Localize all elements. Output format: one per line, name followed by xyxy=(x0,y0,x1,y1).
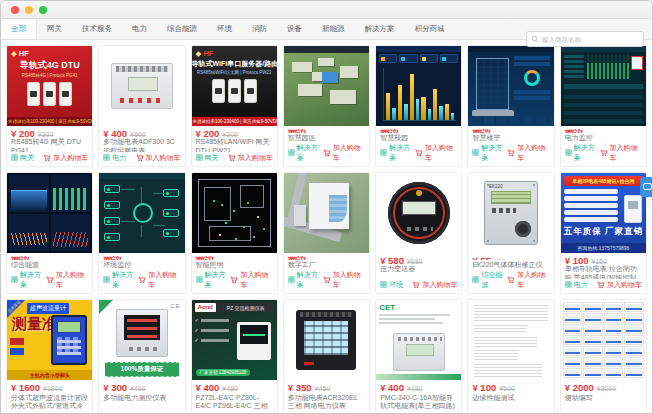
category-tab[interactable]: 技术服务 xyxy=(72,19,122,39)
product-card[interactable]: EK220¥ 55¥66EK220气体体积修正仪综合能源加入购物车 xyxy=(467,172,554,294)
category-tab[interactable]: 设备 xyxy=(277,19,312,39)
add-to-cart-button[interactable]: 加入购物车 xyxy=(138,270,180,290)
add-to-cart-button[interactable]: 加入购物车 xyxy=(597,280,642,290)
green-band xyxy=(376,374,461,380)
product-card[interactable]: 面议智慧楼宇解决方案加入购物车 xyxy=(467,45,554,167)
brand-dot xyxy=(304,362,314,365)
category-tag[interactable]: 解决方案 xyxy=(472,143,507,163)
catalog-tile xyxy=(563,357,583,367)
category-tag[interactable]: 解决方案 xyxy=(380,143,415,163)
product-title: EK220气体体积修正仪 xyxy=(468,260,553,269)
product-card[interactable]: ¥ 400¥600多功能电表ADF300 3C远程组网电表电力加入购物车 xyxy=(98,45,185,167)
product-card[interactable]: 单相2P电表485通讯+拉合闸五年质保 厂家直销咨询热线:13757579896… xyxy=(560,172,647,294)
product-price: ¥ 580 xyxy=(380,255,404,264)
stat-dot xyxy=(381,57,385,61)
product-card[interactable]: HF导轨式WiFi串口服务器/路由器RS485转WiFi/以太网 | Proto… xyxy=(191,45,278,167)
product-card[interactable]: 面议智慧校园解决方案加入购物车 xyxy=(375,45,462,167)
add-to-cart-button[interactable]: 加入购物车 xyxy=(600,143,642,163)
category-tab[interactable]: 积分商城 xyxy=(405,19,455,39)
add-to-cart-button[interactable]: 加入购物车 xyxy=(412,280,457,290)
category-tab[interactable]: 环境 xyxy=(207,19,242,39)
device-model-label: EK220 xyxy=(489,184,503,189)
card-footer: 解决方案加入购物车 xyxy=(99,269,184,293)
add-to-cart-button[interactable]: 加入购物车 xyxy=(136,153,181,163)
catalog-tile xyxy=(583,346,603,356)
category-tab[interactable]: 网关 xyxy=(37,19,72,39)
add-to-cart-button[interactable]: 加入购物车 xyxy=(415,143,457,163)
catalog-tile xyxy=(563,335,583,345)
category-tag[interactable]: 解决方案 xyxy=(288,270,323,290)
bar-cyan xyxy=(416,99,419,120)
add-to-cart-label: 加入购物车 xyxy=(53,153,88,163)
category-tab[interactable]: 综合能源 xyxy=(157,19,207,39)
corrector-device-graphic: EK220 xyxy=(484,181,538,245)
product-card[interactable]: 面议电力监控解决方案加入购物车 xyxy=(560,45,647,167)
product-card[interactable]: CET¥ 400¥480PMC-340-C-16A智能导轨式电能表(单三相回路)… xyxy=(375,299,462,414)
product-card[interactable]: 面议数字工厂解决方案加入购物车 xyxy=(283,172,370,294)
product-card[interactable]: ¥ 2000¥3000驱动编写 xyxy=(560,299,647,414)
customer-service-button[interactable] xyxy=(640,177,653,197)
product-card[interactable]: 面议环境监控解决方案加入购物车 xyxy=(98,172,185,294)
category-tag[interactable]: 电力 xyxy=(565,280,588,290)
category-tag[interactable]: 解决方案 xyxy=(196,270,231,290)
original-price: ¥3000 xyxy=(597,385,616,392)
outbuilding xyxy=(294,205,306,226)
category-tag[interactable]: 环境 xyxy=(380,280,403,290)
category-tab[interactable]: 解决方案 xyxy=(355,19,405,39)
category-tag[interactable]: 电力 xyxy=(103,153,126,163)
product-card[interactable]: HF导轨式4G DTURS485转4G | Protocs PG41支持波特率1… xyxy=(6,45,93,167)
catalog-tile xyxy=(563,313,583,323)
add-to-cart-button[interactable]: 加入购物车 xyxy=(228,153,273,163)
add-to-cart-label: 加入购物车 xyxy=(56,270,88,290)
product-image: HF导轨式WiFi串口服务器/路由器RS485转WiFi/以太网 | Proto… xyxy=(192,46,277,126)
category-tab[interactable]: 全部 xyxy=(1,19,37,39)
price-row: ¥ 100¥500 xyxy=(468,380,553,393)
product-card[interactable]: 面议智能照明解决方案加入购物车 xyxy=(191,172,278,294)
product-card[interactable]: 面议综合能源解决方案加入购物车 xyxy=(6,172,93,294)
category-tag[interactable]: 解决方案 xyxy=(288,143,323,163)
catalog-tile xyxy=(563,368,583,378)
panel-bar xyxy=(514,62,550,66)
meter-wrap xyxy=(296,310,356,370)
search-input[interactable] xyxy=(542,36,639,43)
add-to-cart-button[interactable]: 加入购物车 xyxy=(507,270,549,290)
product-card[interactable]: CE100%质量保证¥ 300¥400多功能电力测控仪表 xyxy=(98,299,185,414)
close-button[interactable] xyxy=(11,6,19,14)
category-tab[interactable]: 新能源 xyxy=(312,19,355,39)
add-to-cart-button[interactable]: 加入购物车 xyxy=(507,143,549,163)
donut-gauge xyxy=(524,70,540,86)
category-tag[interactable]: 网关 xyxy=(196,153,219,163)
product-card[interactable]: ¥ 350¥450多功能电表ACR320EL 三相 网络电力仪表 RS485/M… xyxy=(283,299,370,414)
category-tab[interactable]: 电力 xyxy=(122,19,157,39)
category-tag[interactable]: 网关 xyxy=(11,153,34,163)
counter-window xyxy=(515,221,531,237)
add-to-cart-button[interactable]: 加入购物车 xyxy=(230,270,272,290)
card-footer: 电力加入购物车 xyxy=(561,279,646,293)
category-tab[interactable]: 消防 xyxy=(242,19,277,39)
product-card[interactable]: ¥ 580¥680压力变送器环境加入购物车 xyxy=(375,172,462,294)
category-tag[interactable]: 综合能源 xyxy=(472,270,507,290)
cart-icon xyxy=(600,149,608,158)
product-card[interactable]: 品质保证超声波流量计测量准主机内含小型探头¥ 1600¥1800分体式超声波流量… xyxy=(6,299,93,414)
add-to-cart-button[interactable]: 加入购物车 xyxy=(43,153,88,163)
product-image xyxy=(99,46,184,126)
maximize-button[interactable] xyxy=(39,6,47,14)
search-icon xyxy=(531,35,539,43)
bar-cyan xyxy=(451,113,454,120)
product-title: 智慧楼宇 xyxy=(468,133,553,142)
category-tag[interactable]: 解决方案 xyxy=(565,143,600,163)
lcd-graphic xyxy=(491,191,531,204)
product-card[interactable]: 面议智慧园区解决方案加入购物车 xyxy=(283,45,370,167)
add-to-cart-button[interactable]: 加入购物车 xyxy=(323,270,365,290)
minimize-button[interactable] xyxy=(25,6,33,14)
product-card[interactable]: ¥ 100¥500边缘性能测试 xyxy=(467,299,554,414)
add-to-cart-button[interactable]: 加入购物车 xyxy=(323,143,365,163)
cart-icon xyxy=(323,276,331,285)
add-to-cart-button[interactable]: 加入购物车 xyxy=(46,270,88,290)
category-tag[interactable]: 解决方案 xyxy=(11,270,46,290)
tag-label: 解决方案 xyxy=(389,143,415,163)
search-box[interactable] xyxy=(526,31,644,47)
bar-cyan xyxy=(404,104,407,120)
product-card[interactable]: AcrelPZ 交流检测仪表✓✓✓厂家直销 13840995108¥ 400¥4… xyxy=(191,299,278,414)
category-tag[interactable]: 解决方案 xyxy=(103,270,138,290)
